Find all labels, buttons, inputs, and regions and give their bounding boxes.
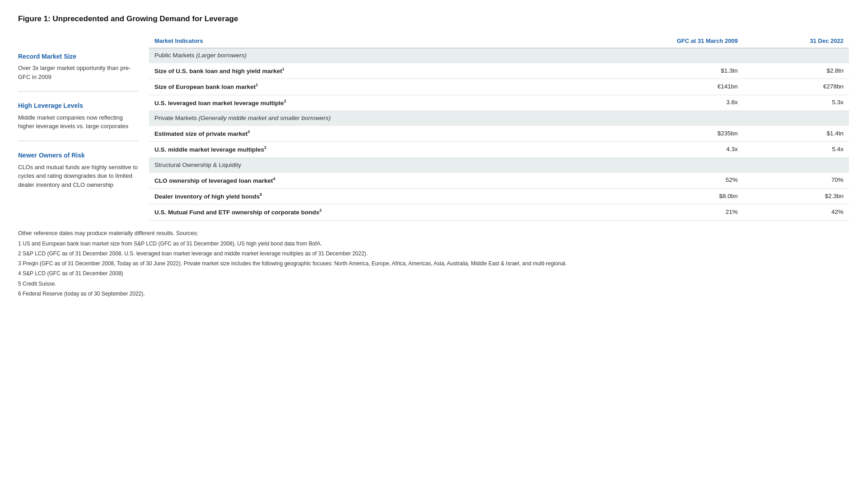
table-row-2-0: CLO ownership of leveraged loan market45… xyxy=(149,173,849,189)
footnote-2: 2 S&P LCD (GFC as of 31 December 2008. U… xyxy=(18,250,849,258)
row-dec-0-2: 5.3x xyxy=(743,95,849,111)
row-dec-2-1: $2.3bn xyxy=(743,189,849,204)
table-row-2-2: U.S. Mutual Fund and ETF ownership of co… xyxy=(149,204,849,220)
col-header-market: Market Indicators xyxy=(149,34,573,48)
sidebar-heading-leverage: High Leverage Levels xyxy=(18,102,138,111)
row-gfc-0-0: $1.3tn xyxy=(573,63,743,79)
sidebar-text-leverage: Middle market companies now reflecting h… xyxy=(18,113,138,131)
footnotes: Other reference dates may produce materi… xyxy=(18,229,849,298)
col-header-dec: 31 Dec 2022 xyxy=(743,34,849,48)
table-row-0-1: Size of European bank loan market1€141bn… xyxy=(149,79,849,95)
sidebar-section-owners: Newer Owners of Risk CLOs and mutual fun… xyxy=(18,151,138,199)
row-dec-1-1: 5.4x xyxy=(743,142,849,157)
table-row-0-2: U.S. leveraged loan market leverage mult… xyxy=(149,95,849,111)
sidebar-section-leverage: High Leverage Levels Middle market compa… xyxy=(18,102,138,141)
col-header-gfc: GFC at 31 March 2009 xyxy=(573,34,743,48)
row-gfc-2-1: $8.0bn xyxy=(573,189,743,204)
sidebar: Record Market Size Over 3x larger market… xyxy=(18,34,149,209)
table-row-1-0: Estimated size of private market3$235bn$… xyxy=(149,126,849,142)
footnote-4: 4 S&P LCD (GFC as of 31 December 2008) xyxy=(18,269,849,278)
row-dec-2-0: 70% xyxy=(743,173,849,189)
row-dec-0-1: €278bn xyxy=(743,79,849,95)
row-dec-2-2: 42% xyxy=(743,204,849,220)
row-gfc-2-2: 21% xyxy=(573,204,743,220)
row-gfc-0-2: 3.8x xyxy=(573,95,743,111)
table-row-2-1: Dealer inventory of high yield bonds5$8.… xyxy=(149,189,849,204)
footnotes-header: Other reference dates may produce materi… xyxy=(18,229,849,238)
sidebar-text-owners: CLOs and mutual funds are highly sensiti… xyxy=(18,163,138,190)
sidebar-heading-owners: Newer Owners of Risk xyxy=(18,151,138,160)
data-table: Market Indicators GFC at 31 March 2009 3… xyxy=(149,34,849,221)
row-gfc-1-1: 4.3x xyxy=(573,142,743,157)
table-row-1-1: U.S. middle market leverage multiples24.… xyxy=(149,142,849,157)
row-dec-0-0: $2.8tn xyxy=(743,63,849,79)
row-dec-1-0: $1.4tn xyxy=(743,126,849,142)
table-row-0-0: Size of U.S. bank loan and high yield ma… xyxy=(149,63,849,79)
row-label-1-0: Estimated size of private market3 xyxy=(149,126,573,142)
table-area: Market Indicators GFC at 31 March 2009 3… xyxy=(149,34,849,221)
row-label-0-2: U.S. leveraged loan market leverage mult… xyxy=(149,95,573,111)
sidebar-heading-record: Record Market Size xyxy=(18,52,138,61)
row-label-0-0: Size of U.S. bank loan and high yield ma… xyxy=(149,63,573,79)
row-gfc-0-1: €141bn xyxy=(573,79,743,95)
table-header-row: Market Indicators GFC at 31 March 2009 3… xyxy=(149,34,849,48)
page-title: Figure 1: Unprecedented and Growing Dema… xyxy=(18,14,849,24)
row-gfc-1-0: $235bn xyxy=(573,126,743,142)
footnote-1: 1 US and European bank loan market size … xyxy=(18,240,849,248)
footnote-6: 6 Federal Reserve (today as of 30 Septem… xyxy=(18,290,849,298)
row-label-2-0: CLO ownership of leveraged loan market4 xyxy=(149,173,573,189)
footnote-5: 5 Credit Suisse. xyxy=(18,280,849,288)
row-label-0-1: Size of European bank loan market1 xyxy=(149,79,573,95)
section-header-1: Private Markets (Generally middle market… xyxy=(149,111,849,126)
section-header-2: Structural Ownership & Liquidity xyxy=(149,157,849,172)
section-header-label-1: Private Markets (Generally middle market… xyxy=(149,111,849,126)
section-header-label-2: Structural Ownership & Liquidity xyxy=(149,157,849,172)
footnote-3: 3 Preqin (GFC as of 31 December 2008, To… xyxy=(18,259,849,268)
row-label-1-1: U.S. middle market leverage multiples2 xyxy=(149,142,573,157)
footnotes-list: 1 US and European bank loan market size … xyxy=(18,240,849,298)
row-gfc-2-0: 52% xyxy=(573,173,743,189)
main-layout: Record Market Size Over 3x larger market… xyxy=(18,34,849,221)
row-label-2-2: U.S. Mutual Fund and ETF ownership of co… xyxy=(149,204,573,220)
sidebar-text-record: Over 3x larger market opportunity than p… xyxy=(18,64,138,81)
row-label-2-1: Dealer inventory of high yield bonds5 xyxy=(149,189,573,204)
section-header-0: Public Markets (Larger borrowers) xyxy=(149,48,849,63)
sidebar-section-record: Record Market Size Over 3x larger market… xyxy=(18,52,138,92)
section-header-label-0: Public Markets (Larger borrowers) xyxy=(149,48,849,63)
